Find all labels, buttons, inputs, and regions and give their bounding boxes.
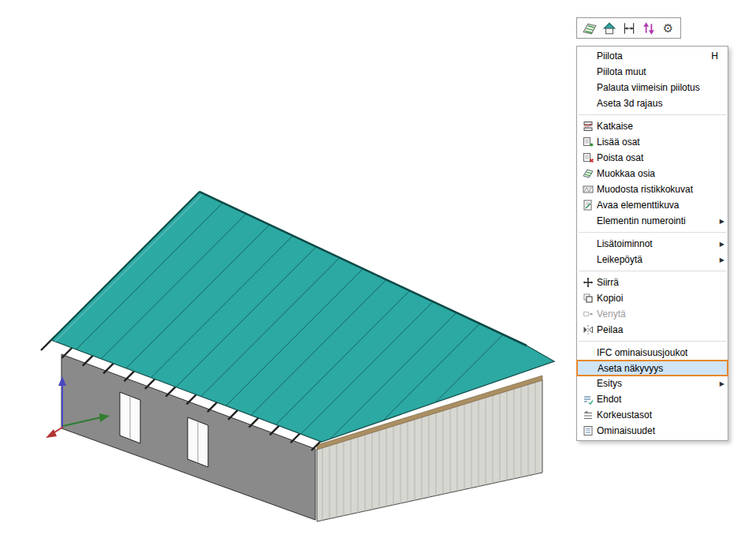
add-parts-icon — [579, 136, 597, 148]
mirror-icon — [579, 324, 597, 335]
menu-item-shortcut: H — [711, 50, 718, 62]
settings-gear-icon[interactable]: ⚙ — [661, 21, 675, 36]
menu-item-add-parts[interactable]: Lisää osat — [577, 134, 728, 150]
copy-icon — [579, 293, 597, 304]
menu-item-label: Lisää osat — [597, 136, 725, 148]
x-axis-arrow — [46, 429, 57, 438]
menu-separator — [579, 271, 726, 271]
menu-item-modify-parts[interactable]: Muokkaa osia — [577, 166, 728, 181]
menu-item-label: Aseta 3d rajaus — [597, 98, 725, 109]
menu-item-elevation-levels[interactable]: Korkeustasot — [577, 407, 728, 423]
menu-item-label: Muodosta ristikkokuvat — [597, 184, 725, 195]
conditions-icon — [579, 394, 597, 405]
vertical-arrows-icon[interactable] — [642, 21, 656, 36]
menu-item-label: Esitys — [597, 378, 720, 389]
menu-item-label: Piilota — [597, 50, 711, 62]
menu-item-label: Muokkaa osia — [597, 168, 725, 179]
menu-item-label: Korkeustasot — [597, 409, 725, 421]
menu-item-label: Aseta näkyvyys — [598, 363, 724, 374]
menu-item-label: Kopioi — [597, 293, 725, 304]
window-1 — [120, 392, 140, 443]
menu-separator — [579, 114, 726, 115]
menu-item-label: Piilota muut — [597, 66, 725, 77]
menu-item-set-3d-clip[interactable]: Aseta 3d rajaus — [577, 95, 728, 111]
window-2 — [188, 417, 208, 467]
menu-item-set-visibility[interactable]: Aseta näkyvyys — [576, 360, 728, 376]
modify-parts-icon — [579, 168, 597, 179]
truss-drawings-icon — [579, 184, 597, 195]
menu-item-label: Avaa elementtikuva — [597, 200, 725, 211]
menu-item-display[interactable]: Esitys ▶ — [577, 376, 728, 391]
cast-unit-icon[interactable] — [602, 21, 616, 36]
menu-item-create-truss-drawings[interactable]: Muodosta ristikkokuvat — [577, 181, 728, 197]
move-icon — [579, 277, 597, 288]
menu-item-label: Lisätoiminnot — [597, 238, 720, 249]
menu-item-open-element-drawing[interactable]: Avaa elementtikuva — [577, 197, 728, 213]
menu-item-label: Ehdot — [597, 394, 725, 405]
menu-item-label: Leikepöytä — [597, 254, 720, 265]
remove-parts-icon — [579, 152, 597, 163]
menu-item-cut[interactable]: CUT Katkaise — [577, 118, 728, 134]
menu-item-label: Poista osat — [597, 152, 725, 163]
menu-separator — [579, 232, 726, 233]
menu-item-hide-others[interactable]: Piilota muut — [577, 64, 728, 80]
menu-separator — [579, 341, 726, 342]
menu-item-ifc-property-sets[interactable]: IFC ominaisuusjoukot — [577, 345, 728, 361]
mesh-panel-icon[interactable] — [583, 21, 597, 36]
svg-text:CUT: CUT — [584, 124, 592, 128]
properties-icon — [579, 425, 597, 436]
context-menu: Piilota H Piilota muut Palauta viimeisin… — [576, 46, 728, 441]
elevation-levels-icon — [579, 409, 597, 421]
dimension-icon[interactable] — [622, 21, 636, 36]
menu-item-element-numbering[interactable]: Elementin numerointi ▶ — [577, 213, 728, 229]
menu-item-mirror[interactable]: Peilaa — [577, 322, 728, 338]
menu-item-restore-last-hide[interactable]: Palauta viimeisin piilotus — [577, 80, 728, 95]
menu-item-label: Katkaise — [597, 121, 725, 132]
menu-item-clipboard[interactable]: Leikepöytä ▶ — [577, 252, 728, 267]
menu-item-label: Ominaisuudet — [597, 425, 725, 436]
menu-item-copy[interactable]: Kopioi — [577, 290, 728, 306]
submenu-arrow-icon: ▶ — [720, 256, 724, 264]
application-window: { "model": { "type": "3d-house-model", "… — [0, 0, 756, 542]
menu-item-additional-tools[interactable]: Lisätoiminnot ▶ — [577, 236, 728, 252]
menu-item-conditions[interactable]: Ehdot — [577, 391, 728, 407]
submenu-arrow-icon: ▶ — [720, 218, 724, 225]
menu-item-label: Elementin numerointi — [597, 215, 720, 226]
stretch-icon — [579, 308, 597, 320]
menu-item-properties[interactable]: Ominaisuudet — [577, 423, 728, 439]
menu-item-remove-parts[interactable]: Poista osat — [577, 150, 728, 166]
menu-item-stretch[interactable]: Venytä — [577, 306, 728, 322]
menu-item-label: Siirrä — [597, 277, 725, 288]
menu-item-label: Palauta viimeisin piilotus — [597, 82, 725, 93]
menu-item-move[interactable]: Siirrä — [577, 275, 728, 290]
element-drawing-icon — [579, 200, 597, 211]
menu-item-hide[interactable]: Piilota H — [577, 48, 728, 64]
menu-item-label: IFC ominaisuusjoukot — [597, 347, 725, 358]
cut-icon: CUT — [579, 121, 597, 132]
submenu-arrow-icon: ▶ — [720, 380, 724, 387]
menu-item-label: Venytä — [597, 308, 725, 320]
menu-item-label: Peilaa — [597, 324, 725, 335]
context-toolbar: ⚙ — [576, 17, 681, 39]
submenu-arrow-icon: ▶ — [720, 241, 724, 248]
